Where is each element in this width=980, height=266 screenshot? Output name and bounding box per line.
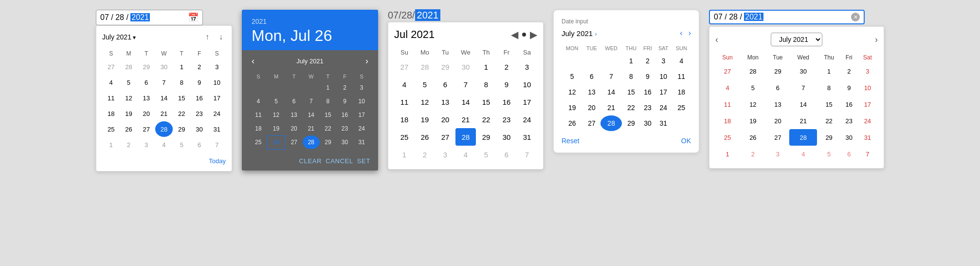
calendar-day[interactable]: 4: [155, 137, 173, 152]
calendar-day[interactable]: 27: [715, 63, 740, 79]
calendar-5-input[interactable]: 07 / 28 / 2021 ✕: [709, 10, 865, 24]
calendar-day[interactable]: 1: [394, 146, 415, 163]
calendar-day[interactable]: 2: [336, 81, 353, 95]
calendar-day[interactable]: 5: [267, 95, 285, 108]
calendar-day[interactable]: 30: [496, 128, 517, 146]
calendar-day[interactable]: 2: [120, 137, 137, 152]
calendar-day[interactable]: 30: [336, 135, 353, 149]
calendar-day[interactable]: 30: [155, 59, 173, 75]
calendar-day[interactable]: 7: [857, 146, 878, 162]
calendar-day[interactable]: 29: [622, 115, 640, 131]
calendar-day[interactable]: 1: [320, 81, 337, 95]
calendar-day[interactable]: 3: [138, 137, 155, 152]
calendar-day[interactable]: 1: [102, 137, 120, 152]
calendar-day[interactable]: 9: [640, 69, 655, 84]
calendar-day[interactable]: 19: [562, 100, 582, 115]
calendar-day[interactable]: 7: [303, 95, 320, 108]
calendar-2-cancel-btn[interactable]: CANCEL: [326, 157, 353, 165]
calendar-day[interactable]: 5: [415, 76, 435, 93]
calendar-day[interactable]: 13: [138, 90, 155, 106]
calendar-5-prev-btn[interactable]: ‹: [715, 35, 718, 45]
calendar-day[interactable]: 6: [841, 146, 857, 162]
calendar-day[interactable]: 26: [415, 128, 435, 146]
calendar-day[interactable]: 12: [267, 108, 285, 122]
calendar-4-month-label[interactable]: July 2021 ›: [562, 29, 597, 38]
calendar-day[interactable]: 1: [622, 53, 640, 69]
calendar-day[interactable]: 29: [173, 121, 190, 137]
calendar-day[interactable]: 13: [582, 84, 600, 100]
calendar-day[interactable]: 21: [455, 111, 476, 128]
calendar-day[interactable]: 18: [715, 113, 740, 129]
calendar-day[interactable]: 6: [190, 137, 208, 152]
calendar-day[interactable]: 27: [285, 135, 303, 149]
calendar-day[interactable]: 6: [285, 95, 303, 108]
calendar-day[interactable]: 31: [655, 115, 672, 131]
calendar-day[interactable]: 7: [789, 79, 817, 96]
calendar-day[interactable]: 14: [455, 93, 476, 111]
calendar-day[interactable]: 12: [740, 96, 766, 113]
calendar-day[interactable]: 5: [740, 79, 766, 96]
calendar-day[interactable]: 7: [208, 137, 226, 152]
calendar-day[interactable]: 13: [435, 93, 455, 111]
calendar-day[interactable]: 19: [415, 111, 435, 128]
calendar-day[interactable]: 9: [496, 76, 517, 93]
calendar-day[interactable]: 31: [353, 135, 370, 149]
calendar-day[interactable]: 18: [250, 122, 267, 135]
calendar-icon[interactable]: 📅: [188, 12, 199, 23]
calendar-4-reset-btn[interactable]: Reset: [562, 137, 580, 145]
calendar-day[interactable]: 14: [600, 84, 621, 100]
calendar-day[interactable]: 4: [102, 75, 120, 90]
calendar-day[interactable]: 29: [138, 59, 155, 75]
calendar-day[interactable]: 1: [817, 63, 840, 79]
calendar-day[interactable]: 8: [622, 69, 640, 84]
calendar-day[interactable]: 31: [517, 128, 537, 146]
calendar-day[interactable]: 5: [817, 146, 840, 162]
calendar-day[interactable]: 19: [740, 113, 766, 129]
calendar-day[interactable]: 28: [415, 58, 435, 76]
calendar-day[interactable]: 29: [435, 58, 455, 76]
calendar-3-next-btn[interactable]: ▶: [530, 29, 537, 40]
calendar-5-month-select[interactable]: July 2021: [771, 33, 822, 46]
calendar-day[interactable]: 9: [190, 75, 208, 90]
calendar-day[interactable]: 22: [476, 111, 496, 128]
calendar-day[interactable]: 21: [600, 100, 621, 115]
calendar-day[interactable]: 4: [394, 76, 415, 93]
calendar-day[interactable]: 5: [562, 69, 582, 84]
calendar-day[interactable]: 23: [190, 106, 208, 121]
calendar-day[interactable]: 4: [715, 79, 740, 96]
calendar-day[interactable]: 27: [394, 58, 415, 76]
calendar-day[interactable]: 1: [715, 146, 740, 162]
calendar-day[interactable]: 30: [640, 115, 655, 131]
calendar-4-next-btn[interactable]: ›: [689, 29, 691, 38]
calendar-day[interactable]: 28: [455, 128, 476, 146]
calendar-day[interactable]: 2: [841, 63, 857, 79]
calendar-day[interactable]: 31: [857, 129, 878, 146]
calendar-day[interactable]: 16: [841, 96, 857, 113]
calendar-day[interactable]: 25: [394, 128, 415, 146]
calendar-day[interactable]: 17: [208, 90, 226, 106]
calendar-1-today-btn[interactable]: Today: [209, 157, 226, 165]
calendar-day[interactable]: 28: [303, 135, 320, 149]
calendar-day[interactable]: 3: [655, 53, 672, 69]
calendar-day[interactable]: 16: [496, 93, 517, 111]
calendar-day[interactable]: 25: [102, 121, 120, 137]
calendar-day[interactable]: 22: [622, 100, 640, 115]
calendar-day[interactable]: 30: [789, 63, 817, 79]
calendar-day[interactable]: 30: [455, 58, 476, 76]
calendar-4-prev-btn[interactable]: ‹: [680, 29, 682, 38]
calendar-day[interactable]: 4: [250, 95, 267, 108]
calendar-day[interactable]: 15: [476, 93, 496, 111]
calendar-day[interactable]: 8: [320, 95, 337, 108]
calendar-day[interactable]: 2: [496, 58, 517, 76]
calendar-day[interactable]: 2: [190, 59, 208, 75]
calendar-day[interactable]: 16: [190, 90, 208, 106]
calendar-day[interactable]: 11: [102, 90, 120, 106]
calendar-day[interactable]: 17: [857, 96, 878, 113]
calendar-day[interactable]: [582, 53, 600, 69]
calendar-day[interactable]: 19: [120, 106, 137, 121]
calendar-day[interactable]: 6: [496, 146, 517, 163]
calendar-day[interactable]: 10: [857, 79, 878, 96]
calendar-day[interactable]: 26: [562, 115, 582, 131]
calendar-day[interactable]: 10: [517, 76, 537, 93]
calendar-day[interactable]: 17: [655, 84, 672, 100]
